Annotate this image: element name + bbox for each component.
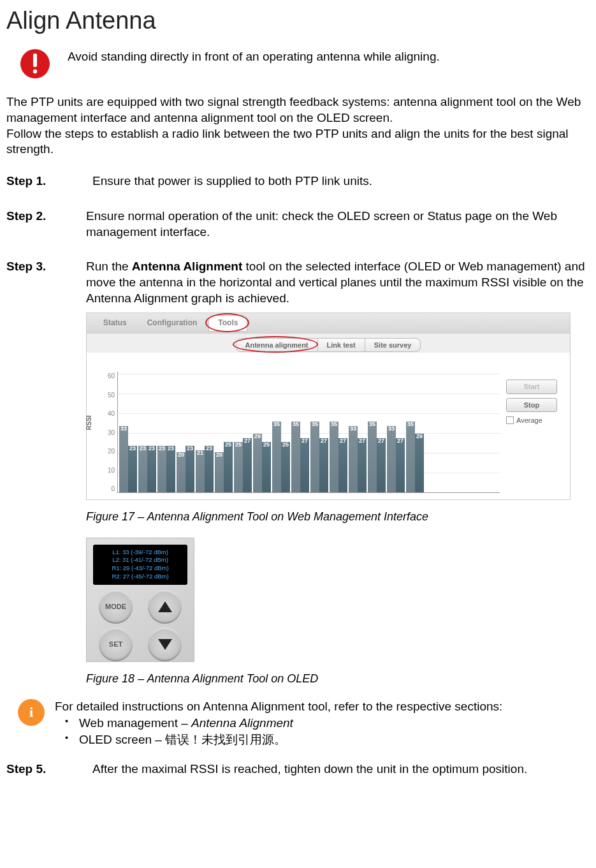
- figure-18: L1: 33 (-39/-72 dBm) L2: 31 (-41/-72 dBm…: [86, 538, 590, 662]
- bar-local: 33: [387, 426, 396, 493]
- bar-remote: 29: [415, 434, 424, 492]
- step-3-bold: Antenna Alignment: [132, 260, 242, 273]
- bar-local: 33: [349, 426, 358, 493]
- step-5-text: After the maximal RSSI is reached, tight…: [86, 761, 590, 777]
- figure-18-caption: Figure 18 – Antenna Alignment Tool on OL…: [86, 672, 590, 686]
- stop-button[interactable]: Stop: [506, 398, 557, 412]
- web-ui-mock: Status Configuration Tools Antenna align…: [86, 313, 571, 500]
- info-bullet-2: OLED screen – 错误！未找到引用源。: [79, 732, 590, 749]
- bar-remote: 23: [147, 446, 156, 492]
- bar-local: 20: [215, 452, 224, 492]
- subtab-link-test[interactable]: Link test: [318, 338, 365, 352]
- bar-local: 35: [330, 422, 338, 492]
- bar-local: 21: [196, 450, 205, 493]
- ytick: 10: [92, 466, 115, 474]
- bar-local: 33: [119, 426, 128, 493]
- bar-local: 35: [272, 422, 281, 492]
- page-title: Align Antenna: [6, 5, 590, 36]
- step-2-label: Step 2.: [6, 209, 86, 224]
- web-main-tabs: Status Configuration Tools: [87, 313, 570, 334]
- bar-local: 23: [157, 446, 166, 492]
- step-1-text: Ensure that power is supplied to both PT…: [86, 173, 590, 189]
- up-button[interactable]: [148, 590, 182, 624]
- svg-rect-0: [33, 54, 37, 67]
- warning-icon: [20, 49, 50, 78]
- step-1-label: Step 1.: [6, 173, 86, 189]
- bar-local: 29: [253, 434, 262, 492]
- step-3-pre: Run the: [86, 260, 132, 273]
- bar-remote: 27: [358, 438, 367, 493]
- bar-local: 35: [406, 422, 415, 492]
- down-button[interactable]: [148, 628, 182, 661]
- bar-local: 25: [234, 442, 243, 492]
- figure-17: Status Configuration Tools Antenna align…: [86, 313, 590, 500]
- b1-pre: Web management –: [79, 716, 191, 730]
- bar-remote: 25: [262, 442, 271, 492]
- bar-local: 35: [310, 422, 319, 492]
- bar-remote: 23: [128, 446, 137, 492]
- warning-text: Avoid standing directly in front of an o…: [68, 49, 440, 65]
- triangle-up-icon: [158, 601, 172, 612]
- info-icon: i: [18, 699, 45, 726]
- oled-line-r1: R1: 29 (-43/-72 dBm): [96, 564, 185, 573]
- intro-paragraph: The PTP units are equipped with two sign…: [6, 94, 590, 158]
- bar-local: 20: [177, 452, 185, 492]
- step-3-label: Step 3.: [6, 259, 86, 275]
- warning-callout: Avoid standing directly in front of an o…: [6, 49, 590, 78]
- info-lead: For detailed instructions on Antenna Ali…: [55, 699, 590, 715]
- oled-line-l2: L2: 31 (-41/-72 dBm): [96, 556, 185, 564]
- tab-status[interactable]: Status: [94, 316, 136, 331]
- bar-remote: 23: [185, 446, 194, 492]
- info-body: For detailed instructions on Antenna Ali…: [55, 699, 590, 749]
- bar-remote: 27: [338, 438, 347, 493]
- mode-button[interactable]: MODE: [99, 590, 133, 624]
- info-bullets: Web management – Antenna Alignment OLED …: [55, 715, 590, 749]
- tab-configuration[interactable]: Configuration: [138, 316, 207, 331]
- bar-local: 35: [368, 422, 377, 492]
- oled-screen: L1: 33 (-39/-72 dBm) L2: 31 (-41/-72 dBm…: [93, 545, 187, 585]
- step-2-text: Ensure normal operation of the unit: che…: [86, 209, 590, 240]
- triangle-down-icon: [158, 639, 172, 650]
- ytick: 30: [92, 429, 115, 437]
- bar-remote: 25: [281, 442, 290, 492]
- step-1: Step 1. Ensure that power is supplied to…: [6, 173, 590, 189]
- step-2: Step 2. Ensure normal operation of the u…: [6, 209, 590, 240]
- y-axis-ticks: 60 50 40 30 20 10 0: [92, 372, 117, 493]
- bar-local: 23: [138, 446, 147, 492]
- step-3: Step 3. Run the Antenna Alignment tool o…: [6, 259, 590, 306]
- info-callout: i For detailed instructions on Antenna A…: [6, 699, 590, 749]
- web-sub-tabs: Antenna alignment Link test Site survey: [87, 334, 570, 353]
- intro-line-2: Follow the steps to establish a radio li…: [6, 127, 569, 156]
- bar-remote: 27: [300, 438, 309, 493]
- bar-remote: 27: [319, 438, 328, 493]
- ytick: 50: [92, 391, 115, 399]
- step-5: Step 5. After the maximal RSSI is reache…: [6, 761, 590, 777]
- b1-italic: Antenna Alignment: [191, 716, 293, 730]
- bar-remote: 23: [166, 446, 175, 492]
- ytick: 0: [92, 485, 115, 493]
- bar-local: 35: [291, 422, 300, 492]
- oled-mock: L1: 33 (-39/-72 dBm) L2: 31 (-41/-72 dBm…: [86, 538, 194, 662]
- info-bullet-1: Web management – Antenna Alignment: [79, 715, 590, 732]
- tab-tools[interactable]: Tools: [208, 315, 247, 332]
- set-button[interactable]: SET: [99, 628, 133, 661]
- average-checkbox[interactable]: Average: [506, 416, 557, 425]
- ytick: 20: [92, 447, 115, 455]
- step-5-label: Step 5.: [6, 761, 86, 777]
- oled-buttons: MODE SET: [93, 590, 187, 661]
- average-label: Average: [516, 416, 542, 425]
- bar-remote: 25: [224, 442, 233, 492]
- bar-remote: 27: [377, 438, 386, 493]
- figure-17-caption: Figure 17 – Antenna Alignment Tool on We…: [86, 510, 590, 524]
- bar-remote: 23: [205, 446, 214, 492]
- subtab-site-survey[interactable]: Site survey: [365, 338, 421, 352]
- oled-line-l1: L1: 33 (-39/-72 dBm): [96, 548, 185, 557]
- y-axis-label: RSSI: [85, 415, 93, 430]
- checkbox-icon: [506, 416, 514, 424]
- oled-line-r2: R2: 27 (-45/-72 dBm): [96, 573, 185, 581]
- bar-remote: 27: [396, 438, 405, 493]
- start-button[interactable]: Start: [506, 379, 557, 394]
- chart-controls: Start Stop Average: [500, 372, 563, 493]
- ytick: 60: [92, 372, 115, 380]
- subtab-antenna-alignment[interactable]: Antenna alignment: [236, 338, 318, 352]
